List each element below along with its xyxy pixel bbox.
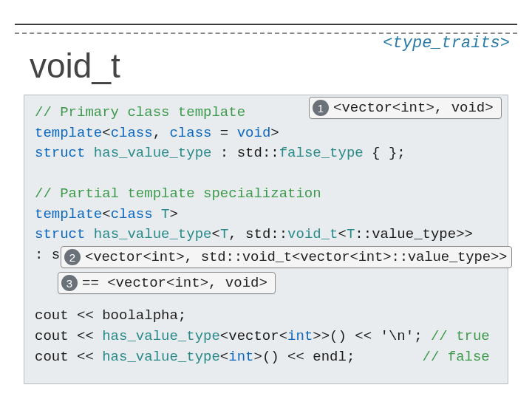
code-text <box>85 145 93 161</box>
code-text: < <box>338 226 347 242</box>
code-kw: struct <box>35 145 85 161</box>
code-typename: T <box>220 226 228 242</box>
callout-2-number: 2 <box>64 249 81 265</box>
code-text: , <box>153 125 170 141</box>
code-typename: false_type <box>279 145 364 161</box>
code-text: < <box>102 125 110 141</box>
code-text: ::value_type>> <box>355 226 473 242</box>
code-text <box>85 226 93 242</box>
code-kw: class <box>111 125 153 141</box>
code-kw: void <box>237 125 271 141</box>
callout-1: 1 <vector<int>, void> <box>309 97 502 119</box>
header-include-tag: <type_traits> <box>383 34 510 52</box>
callout-3-number: 3 <box>61 275 78 291</box>
code-text: < <box>102 206 110 222</box>
code-typename: has_value_type <box>94 145 212 161</box>
code-typename: has_value_type <box>102 349 220 365</box>
callout-2-text: <vector<int>, std::void_t<vector<int>::v… <box>85 249 507 265</box>
callout-1-text: <vector<int>, void> <box>333 100 494 116</box>
code-text: >() << endl; <box>253 349 422 365</box>
callout-3-text: == <vector<int>, void> <box>82 275 267 291</box>
code-kw: class <box>169 125 211 141</box>
code-typename: T <box>347 226 355 242</box>
code-comment: // Partial template specialization <box>35 185 321 202</box>
code-text: <vector< <box>220 328 287 344</box>
callout-3: 3 == <vector<int>, void> <box>58 272 276 294</box>
divider-top-dark <box>15 24 517 25</box>
code-kw: struct <box>35 226 85 242</box>
code-kw: int <box>287 328 313 344</box>
code-comment: // false <box>423 349 490 365</box>
code-typename: void_t <box>287 226 338 242</box>
code-kw: class <box>111 206 153 222</box>
code-typename: T <box>161 206 169 222</box>
code-text: cout << boolalpha; <box>35 307 186 324</box>
code-text: > <box>270 125 279 141</box>
code-text: { }; <box>364 145 406 161</box>
code-comment: // Primary class template <box>35 104 245 120</box>
code-text: = <box>211 125 236 141</box>
code-text: cout << <box>35 328 102 344</box>
code-text: < <box>211 226 219 242</box>
code-kw: int <box>228 349 253 365</box>
page-title: void_t <box>30 46 120 86</box>
code-kw: template <box>35 125 102 141</box>
code-typename: has_value_type <box>94 226 212 242</box>
code-text: ; <box>414 328 431 344</box>
code-typename: has_value_type <box>102 328 220 344</box>
code-text: < <box>220 349 228 365</box>
code-text: : std:: <box>211 145 279 161</box>
code-comment: // true <box>431 328 490 344</box>
code-text <box>153 206 161 222</box>
code-text: >>() << <box>313 328 380 344</box>
code-kw: template <box>35 206 102 222</box>
code-text: '\n' <box>381 328 415 344</box>
code-text: cout << <box>35 349 102 365</box>
callout-1-number: 1 <box>313 100 329 116</box>
code-text: , std:: <box>228 226 287 242</box>
callout-2: 2 <vector<int>, std::void_t<vector<int>:… <box>61 246 512 268</box>
code-text: > <box>169 206 177 222</box>
code-block: // Primary class template template<class… <box>24 95 508 384</box>
slide: <type_traits> void_t // Primary class te… <box>0 0 532 399</box>
